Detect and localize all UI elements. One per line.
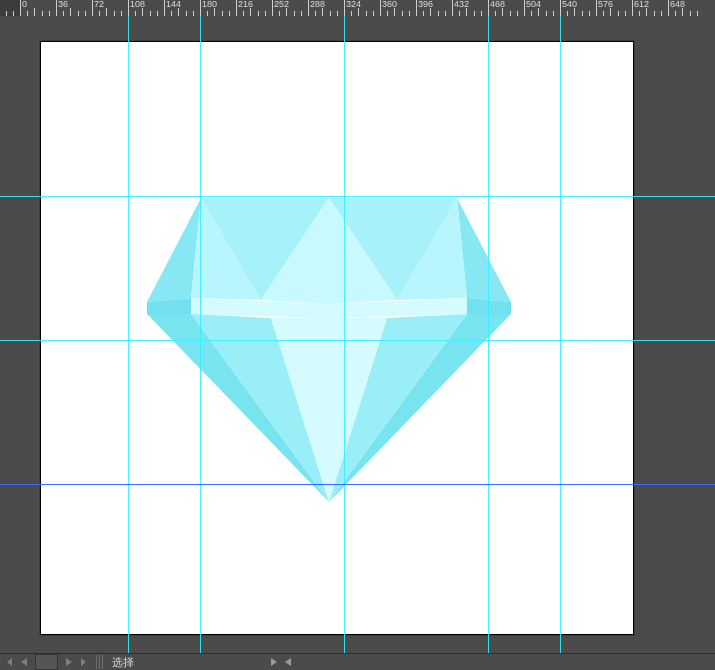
panel-scroll-left-button[interactable] <box>281 655 295 669</box>
ruler-horizontal[interactable]: 3603672108144180216252288324360396432468… <box>0 0 715 17</box>
next-frame-button[interactable] <box>62 655 76 669</box>
ruler-tick-label: 0 <box>22 0 27 9</box>
ruler-negative-area <box>0 0 20 16</box>
canvas-stage[interactable] <box>0 16 715 654</box>
panel-scroll-right-button[interactable] <box>267 655 281 669</box>
status-bar: 选择 <box>0 653 715 670</box>
frame-number-box[interactable] <box>35 654 58 670</box>
last-frame-button[interactable] <box>78 655 92 669</box>
artboard[interactable] <box>40 41 634 635</box>
prev-frame-button[interactable] <box>17 655 31 669</box>
diamond-artwork[interactable] <box>41 42 633 634</box>
first-frame-button[interactable] <box>1 655 15 669</box>
tool-label: 选择 <box>112 655 134 670</box>
ruler-tick-label: 72 <box>94 0 104 9</box>
ruler-tick-label: 36 <box>58 0 68 9</box>
status-divider-grab[interactable] <box>96 655 103 669</box>
